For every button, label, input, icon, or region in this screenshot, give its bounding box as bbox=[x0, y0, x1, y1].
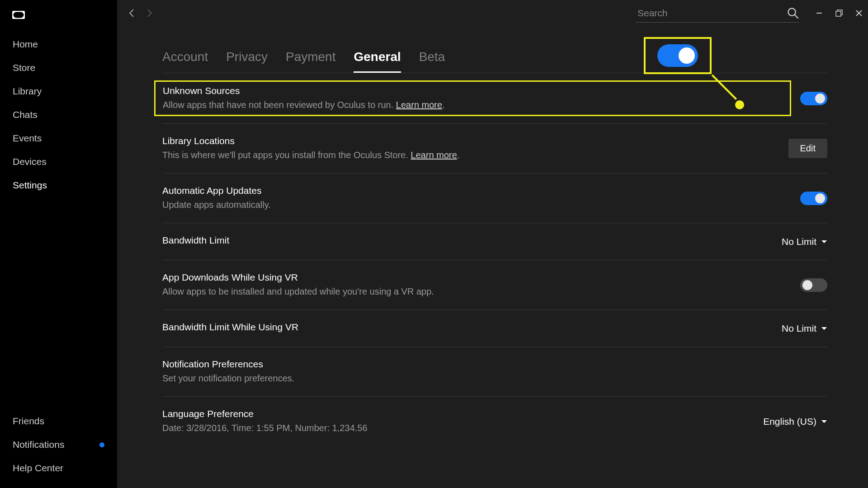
svg-rect-0 bbox=[12, 11, 25, 19]
sidebar-item-library[interactable]: Library bbox=[0, 80, 117, 103]
setting-title: Bandwidth Limit bbox=[162, 235, 773, 246]
sidebar-item-devices[interactable]: Devices bbox=[0, 150, 117, 174]
setting-library-locations: Library Locations This is where we'll pu… bbox=[162, 123, 827, 173]
setting-bandwidth-vr: Bandwidth Limit While Using VR No Limit bbox=[162, 310, 827, 347]
setting-unknown-sources: Unknown Sources Allow apps that have not… bbox=[162, 73, 827, 123]
setting-description: Set your notification preferences. bbox=[162, 372, 827, 385]
minimize-button[interactable] bbox=[816, 9, 823, 17]
highlight-annotation: Unknown Sources Allow apps that have not… bbox=[154, 80, 791, 116]
tab-account[interactable]: Account bbox=[162, 50, 208, 73]
callout-dot-annotation bbox=[735, 100, 744, 109]
forward-button[interactable] bbox=[141, 5, 158, 22]
learn-more-link[interactable]: Learn more bbox=[411, 150, 457, 160]
sidebar-item-label: Notifications bbox=[13, 439, 64, 450]
setting-auto-updates: Automatic App Updates Update apps automa… bbox=[162, 173, 827, 223]
nav-secondary: Friends Notifications Help Center bbox=[0, 409, 117, 480]
window-controls bbox=[816, 9, 863, 17]
settings-tabs: Account Privacy Payment General Beta bbox=[162, 50, 827, 73]
setting-title: Library Locations bbox=[162, 136, 779, 146]
search-field[interactable] bbox=[636, 4, 799, 23]
content: Account Privacy Payment General Beta Unk… bbox=[117, 26, 868, 488]
setting-bandwidth-limit: Bandwidth Limit No Limit bbox=[162, 223, 827, 260]
setting-downloads-vr: App Downloads While Using VR Allow apps … bbox=[162, 260, 827, 310]
tab-privacy[interactable]: Privacy bbox=[226, 50, 268, 73]
setting-title: Bandwidth Limit While Using VR bbox=[162, 322, 773, 333]
unknown-sources-toggle[interactable] bbox=[800, 92, 827, 105]
callout-toggle-annotation bbox=[644, 37, 712, 74]
notification-dot-icon bbox=[99, 442, 104, 447]
sidebar-item-events[interactable]: Events bbox=[0, 127, 117, 150]
auto-updates-toggle[interactable] bbox=[800, 192, 827, 205]
setting-title: Unknown Sources bbox=[163, 85, 783, 96]
sidebar: Home Store Library Chats Events Devices … bbox=[0, 0, 117, 488]
settings-list: Unknown Sources Allow apps that have not… bbox=[162, 73, 827, 446]
setting-control bbox=[800, 92, 827, 105]
setting-notifications: Notification Preferences Set your notifi… bbox=[162, 347, 827, 396]
setting-title: Automatic App Updates bbox=[162, 185, 791, 196]
nav-primary: Home Store Library Chats Events Devices … bbox=[0, 33, 117, 197]
setting-description: Update apps automatically. bbox=[162, 198, 791, 211]
topbar bbox=[117, 0, 868, 26]
svg-line-2 bbox=[795, 14, 798, 18]
back-button[interactable] bbox=[123, 5, 141, 22]
bandwidth-limit-dropdown[interactable]: No Limit bbox=[782, 236, 827, 247]
setting-title: Language Preference bbox=[162, 408, 754, 419]
edit-button[interactable]: Edit bbox=[788, 139, 827, 158]
sidebar-item-notifications[interactable]: Notifications bbox=[0, 433, 117, 456]
setting-language: Language Preference Date: 3/28/2016, Tim… bbox=[162, 396, 827, 446]
toggle-enlarged-icon bbox=[657, 44, 698, 67]
main: Account Privacy Payment General Beta Unk… bbox=[117, 0, 868, 488]
setting-description: Allow apps that have not been reviewed b… bbox=[163, 99, 783, 111]
close-button[interactable] bbox=[855, 9, 863, 17]
chevron-down-icon bbox=[821, 239, 827, 245]
chevron-down-icon bbox=[821, 418, 827, 425]
search-input[interactable] bbox=[636, 8, 787, 19]
tab-beta[interactable]: Beta bbox=[419, 50, 445, 73]
sidebar-item-friends[interactable]: Friends bbox=[0, 409, 117, 433]
setting-title: Notification Preferences bbox=[162, 359, 827, 370]
tab-general[interactable]: General bbox=[354, 50, 401, 73]
maximize-button[interactable] bbox=[835, 9, 843, 17]
chevron-down-icon bbox=[821, 325, 827, 332]
setting-description: Allow apps to be installed and updated w… bbox=[162, 285, 791, 298]
tab-payment[interactable]: Payment bbox=[286, 50, 336, 73]
sidebar-item-help-center[interactable]: Help Center bbox=[0, 456, 117, 480]
sidebar-item-store[interactable]: Store bbox=[0, 56, 117, 80]
downloads-vr-toggle[interactable] bbox=[800, 278, 827, 292]
sidebar-item-chats[interactable]: Chats bbox=[0, 103, 117, 127]
svg-rect-5 bbox=[836, 11, 841, 16]
sidebar-item-home[interactable]: Home bbox=[0, 33, 117, 56]
oculus-logo-icon bbox=[12, 11, 117, 21]
setting-description: Date: 3/28/2016, Time: 1:55 PM, Number: … bbox=[162, 422, 754, 434]
svg-point-1 bbox=[788, 8, 796, 15]
search-icon bbox=[787, 7, 799, 19]
language-dropdown[interactable]: English (US) bbox=[763, 416, 827, 427]
learn-more-link[interactable]: Learn more bbox=[396, 100, 442, 110]
setting-title: App Downloads While Using VR bbox=[162, 272, 791, 283]
setting-description: This is where we'll put apps you install… bbox=[162, 149, 779, 161]
bandwidth-vr-dropdown[interactable]: No Limit bbox=[782, 323, 827, 334]
sidebar-item-settings[interactable]: Settings bbox=[0, 174, 117, 197]
